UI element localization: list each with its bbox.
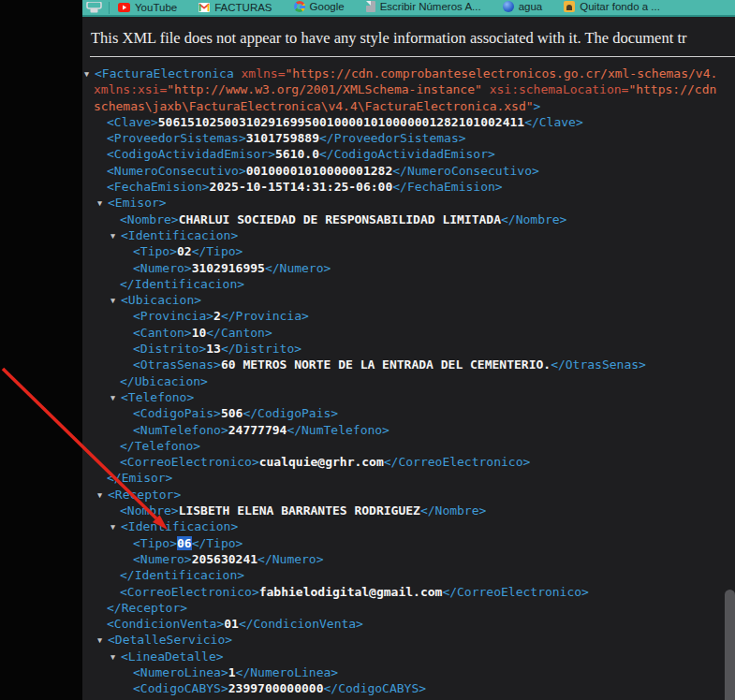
xml-line: <ProveedorSistemas>3101759889</Proveedor… (82, 130, 735, 146)
xml-token-tag: </Tipo> (192, 536, 243, 550)
xml-token-tag: <FechaEmision> (107, 180, 210, 194)
xml-line: </Ubicacion> (82, 373, 735, 389)
xml-token-tag: <DetalleServicio> (108, 633, 232, 647)
xml-line: <Nombre>CHARLUI SOCIEDAD DE RESPONSABILI… (82, 211, 735, 227)
xml-token-text: LISBETH ELENA BARRANTES RODRIGUEZ (179, 503, 420, 518)
xml-token-tag: <CodigoActividadEmisor> (107, 147, 275, 161)
xml-token-tag: </Ubicacion> (120, 374, 208, 388)
xml-line: <CodigoActividadEmisor>5610.0</CodigoAct… (82, 146, 735, 162)
youtube-icon (118, 3, 130, 12)
bookmark-item-4[interactable]: agua (503, 0, 543, 13)
xml-token-tag: </CodigoPais> (243, 406, 338, 420)
bookmark-item-0[interactable]: YouTube (118, 1, 177, 14)
collapse-arrow-icon[interactable]: ▼ (84, 66, 95, 81)
xml-token-tag: <Nombre> (120, 503, 179, 518)
xml-line: <CorreoElectronico>cualquie@grhr.com</Co… (82, 454, 735, 470)
gmail-icon (198, 3, 210, 12)
xml-token-tag: <NumeroLinea> (133, 665, 228, 679)
collapse-arrow-icon[interactable]: ▼ (110, 228, 121, 243)
image-icon (564, 1, 575, 12)
xml-line: ▼<Ubicacion> (82, 292, 735, 308)
bookmark-label: YouTube (135, 1, 177, 14)
xml-token-tag: </NumeroConsecutivo> (392, 164, 539, 178)
xml-token-aval: "https://cdn.comprobanteselectronicos.go… (286, 66, 718, 80)
scrollbar-thumb[interactable] (725, 590, 735, 700)
xml-token-tag: <NumeroConsecutivo> (107, 164, 246, 178)
screenshot-root: { "colors": { "bookmarks_bar_bg": "#4cb8… (0, 0, 735, 700)
xml-line: <OtrasSenas>60 METROS NORTE DE LA ENTRAD… (82, 357, 735, 372)
xml-token-tag: </Nombre> (420, 503, 486, 518)
xml-token-tag: <CodigoPais> (133, 406, 221, 420)
xml-token-tag: </CodigoActividadEmisor> (319, 147, 495, 161)
bookmark-label: Quitar fondo a ... (580, 0, 660, 13)
xml-token-tag: </CorreoElectronico> (384, 455, 531, 469)
collapse-arrow-icon[interactable]: ▼ (110, 649, 121, 664)
xml-token-tag: <Emisor> (108, 196, 167, 210)
xml-token-tag: <Identificacion> (121, 228, 238, 242)
xml-token-tag: </Identificacion> (120, 277, 244, 291)
xml-line: <NumeroLinea>1</NumeroLinea> (82, 664, 735, 680)
google-icon (294, 1, 305, 12)
xml-token-tag: <Distrito> (133, 342, 206, 356)
xml-token-tag: <Clave> (107, 115, 158, 129)
collapse-arrow-icon[interactable]: ▼ (97, 633, 108, 648)
xml-line: <CodigoPais>506</CodigoPais> (82, 405, 735, 421)
xml-token-tag: <Tipo> (133, 244, 177, 258)
xml-token-text: 506 (221, 406, 243, 420)
xml-token-tag: <ProveedorSistemas> (107, 131, 246, 145)
bookmark-label: Google (310, 0, 345, 13)
xml-token-tag: <CorreoElectronico> (120, 455, 259, 469)
xml-line: <Numero>3102916995</Numero> (82, 260, 735, 276)
xml-token-tag: <Receptor> (108, 488, 181, 502)
document-icon (366, 1, 375, 12)
xml-token-tag: </Tipo> (192, 244, 243, 258)
xml-token-tag: <Identificacion> (121, 519, 238, 533)
xml-line: <Numero>205630241</Numero> (82, 551, 735, 567)
xml-token-tag: <Tipo> (133, 536, 177, 550)
xml-token-tag: </NumeroLinea> (236, 665, 339, 679)
xml-token-tag: <Ubicacion> (121, 293, 201, 307)
xml-token-attr: xmlns:xsi= (94, 82, 167, 96)
xml-line: <Tipo>02</Tipo> (82, 243, 735, 259)
xml-line: </Telefono> (82, 438, 735, 454)
browser-window: YouTubeFACTURASGoogleEscribir Números A.… (82, 0, 735, 700)
xml-token-tag: <OtrasSenas> (133, 357, 221, 372)
xml-token-tag: <Nombre> (120, 212, 179, 226)
xml-token-text: 60 METROS NORTE DE LA ENTRADA DEL CEMENT… (221, 357, 551, 372)
xml-token-tag: </Receptor> (107, 601, 187, 615)
collapse-arrow-icon[interactable]: ▼ (110, 390, 121, 405)
printer-icon[interactable] (86, 2, 102, 13)
xml-token-tag: <Canton> (133, 326, 192, 340)
collapse-arrow-icon[interactable]: ▼ (97, 488, 108, 503)
xml-line: ▼<LineaDetalle> (82, 649, 735, 664)
bookmark-items: YouTubeFACTURASGoogleEscribir Números A.… (118, 0, 682, 16)
xml-token-text: 1 (228, 665, 236, 679)
xml-token-tag: </CondicionVenta> (239, 617, 363, 631)
bookmark-item-1[interactable]: FACTURAS (198, 1, 272, 14)
collapse-arrow-icon[interactable]: ▼ (97, 196, 108, 211)
collapse-arrow-icon[interactable]: ▼ (110, 519, 121, 534)
xml-token-tag: <Telefono> (121, 390, 194, 404)
xml-token-attr: xsi:schemaLocation= (482, 82, 629, 96)
xml-token-text: 2025-10-15T14:31:25-06:00 (210, 180, 393, 194)
bookmarks-bar: YouTubeFACTURASGoogleEscribir Números A.… (82, 0, 735, 17)
xml-line: ▼<Emisor> (82, 195, 735, 211)
xml-line: </Emisor> (82, 470, 735, 486)
xml-token-text: 10 (192, 326, 207, 340)
xml-token-text: 00100001010000001282 (246, 164, 393, 178)
xml-token-tag: </NumTelefono> (287, 423, 390, 437)
bookmark-item-5[interactable]: Quitar fondo a ... (564, 0, 660, 13)
xml-token-tag: </Clave> (524, 115, 583, 129)
xml-token-text: 24777794 (228, 423, 287, 437)
xml-token-tag: <LineaDetalle> (121, 649, 224, 664)
bookmark-label: Escribir Números A... (380, 0, 481, 13)
xml-token-tag: </Telefono> (120, 439, 200, 453)
xml-token-text: 3101759889 (246, 131, 319, 145)
xml-token-attr: xmlns= (234, 66, 286, 80)
xml-token-tag: </Nombre> (501, 212, 566, 226)
bookmark-item-2[interactable]: Google (294, 0, 345, 13)
collapse-arrow-icon[interactable]: ▼ (110, 293, 121, 308)
xml-token-text: 205630241 (192, 552, 257, 566)
xml-token-tag: </Numero> (257, 552, 323, 566)
bookmark-item-3[interactable]: Escribir Números A... (366, 0, 481, 13)
